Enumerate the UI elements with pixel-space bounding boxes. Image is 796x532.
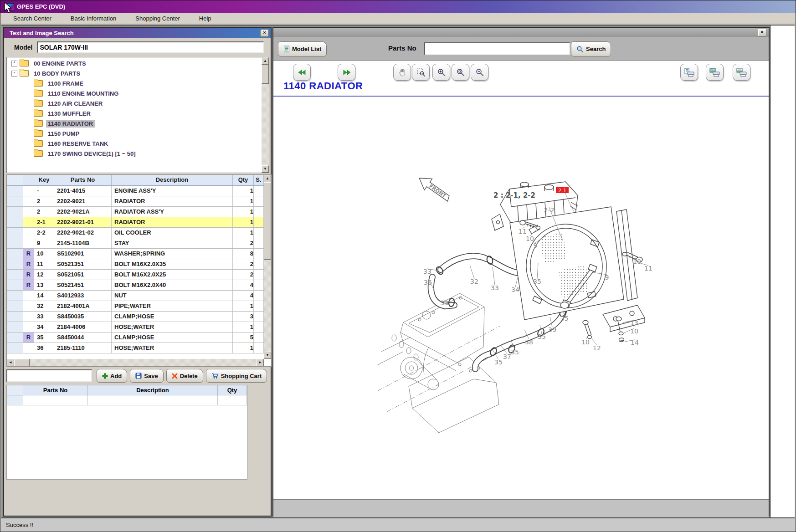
print-list-button[interactable] <box>680 64 698 81</box>
scroll-up-icon[interactable]: ▲ <box>264 175 271 182</box>
parts-row-2145-1104B[interactable]: 92145-1104BSTAY2 <box>7 238 264 249</box>
zoom-reset-button[interactable] <box>452 64 469 81</box>
part-label: 36 <box>424 279 432 286</box>
cart-empty-row[interactable] <box>7 395 247 405</box>
close-icon[interactable]: × <box>758 29 766 36</box>
zoom-out-button[interactable] <box>471 64 488 81</box>
cell-key: 36 <box>34 343 54 353</box>
tree-item-10-body-parts[interactable]: -10 BODY PARTS <box>7 68 261 78</box>
radiator-diagram[interactable]: FRONT <box>273 97 768 480</box>
cell-key: 2-2 <box>34 228 54 238</box>
cell-s <box>254 186 264 196</box>
parts-row-2185-1110[interactable]: 362185-1110HOSE;WATER1 <box>7 343 264 353</box>
tree-item-1150-pump[interactable]: 1150 PUMP <box>7 128 261 138</box>
engine-art <box>377 293 509 433</box>
cell-r-flag: R <box>23 270 34 280</box>
cell-s <box>254 249 264 259</box>
page-previous-button[interactable] <box>293 64 311 81</box>
cart-col-partsno: Parts No <box>23 385 88 395</box>
scroll-right-icon[interactable]: ► <box>257 359 264 366</box>
scroll-down-icon[interactable]: ▼ <box>264 352 271 359</box>
delete-button[interactable]: Delete <box>166 369 203 383</box>
tree-item-1110-engine-mounting[interactable]: 1110 ENGINE MOUNTING <box>7 88 261 98</box>
part-label: 9 <box>605 274 609 281</box>
shopping-cart-button[interactable]: Shopping Cart <box>206 369 267 383</box>
parts-row-2202-9021-01[interactable]: 2-12202-9021-01RADIATOR1 <box>7 217 264 228</box>
cell-description: HOSE;WATER <box>112 322 233 332</box>
parts-row-S4012933[interactable]: 14S4012933NUT4 <box>7 291 264 301</box>
page-next-button[interactable] <box>338 64 355 81</box>
cell-select <box>7 322 23 332</box>
parts-row-2202-9021[interactable]: 22202-9021RADIATOR1 <box>7 196 264 207</box>
parts-row-2182-4001A[interactable]: 322182-4001APIPE;WATER1 <box>7 301 264 312</box>
parts-row-S0521051[interactable]: R12S0521051BOLT M16X2.0X252 <box>7 270 264 280</box>
cell-parts-no: S0521051 <box>54 270 112 280</box>
tree-item-1130-muffler[interactable]: 1130 MUFFLER <box>7 108 261 118</box>
parts-row-S0521451[interactable]: R13S0521451BOLT M16X2.0X404 <box>7 280 264 291</box>
menu-basic-information[interactable]: Basic Information <box>64 14 123 23</box>
search-button[interactable]: Search <box>571 41 611 56</box>
parts-row-2201-4015[interactable]: -2201-4015ENGINE ASS'Y1 <box>7 186 264 196</box>
tree-item-1140-radiator[interactable]: 1140 RADIATOR <box>7 118 261 128</box>
part-label: 14 <box>631 339 639 346</box>
header-blank <box>7 175 23 185</box>
parts-hscroll-thumb[interactable] <box>14 359 30 366</box>
folder-icon <box>20 70 29 77</box>
tree-item-1170-swing-device-1-1-50[interactable]: 1170 SWING DEVICE(1) [1 ~ 50] <box>7 148 261 159</box>
cell-parts-no: 2201-4015 <box>54 186 112 196</box>
menu-search-center[interactable]: Search Center <box>7 14 58 23</box>
parts-table-vscrollbar[interactable]: ▲ ▼ <box>264 175 271 359</box>
cell-select <box>7 280 23 290</box>
add-button[interactable]: Add <box>97 369 127 383</box>
cell-s <box>254 301 264 311</box>
header-Description: Description <box>112 175 233 185</box>
tree-item-1160-reserve-tank[interactable]: 1160 RESERVE TANK <box>7 138 261 148</box>
tree-item-1120-air-cleaner[interactable]: 1120 AIR CLEANER <box>7 98 261 108</box>
cell-select <box>7 291 23 301</box>
parts-row-2202-9021A[interactable]: 22202-9021ARADIATOR ASS'Y1 <box>7 207 264 217</box>
model-input[interactable] <box>37 41 264 53</box>
print-all-button[interactable] <box>733 64 750 81</box>
parts-row-2202-9021-02[interactable]: 2-22202-9021-02OIL COOLER1 <box>7 228 264 238</box>
tree-scrollbar[interactable]: ▲ ▼ <box>262 57 269 173</box>
part-label: 11 <box>644 265 652 272</box>
parts-row-S8450044[interactable]: R35S8450044CLAMP;HOSE5 <box>7 332 264 343</box>
parts-row-S5102901[interactable]: R10S5102901WASHER;SPRING8 <box>7 249 264 259</box>
cell-qty: 1 <box>233 207 254 217</box>
quick-parts-input[interactable] <box>6 369 92 382</box>
part-label: 35 <box>511 348 519 356</box>
tree-item-1100-frame[interactable]: 1100 FRAME <box>7 78 261 88</box>
close-icon[interactable]: × <box>260 29 269 37</box>
zoom-select-button[interactable] <box>412 64 430 81</box>
cell-r-flag: R <box>23 259 34 269</box>
parts-row-2184-4006[interactable]: 342184-4006HOSE;WATER1 <box>7 322 264 332</box>
parts-no-input[interactable] <box>424 42 570 55</box>
app-window: GPES EPC (DVD) Search Center Basic Infor… <box>0 0 796 532</box>
scroll-up-icon[interactable]: ▲ <box>262 57 269 65</box>
cart-col-description: Description <box>88 385 218 395</box>
folder-icon <box>20 60 29 66</box>
tree-item-label: 1100 FRAME <box>46 80 85 87</box>
figure-area: 1140 RADIATOR FRONT <box>273 61 769 500</box>
double-arrow-left-icon <box>298 70 306 75</box>
model-list-button[interactable]: Model List <box>278 41 327 56</box>
save-button[interactable]: Save <box>130 369 163 383</box>
collapse-icon[interactable]: - <box>11 71 17 77</box>
parts-row-S0521351[interactable]: R11S0521351BOLT M16X2.0X352 <box>7 259 264 270</box>
scroll-left-icon[interactable]: ◄ <box>7 359 14 366</box>
menu-shopping-center[interactable]: Shopping Center <box>129 14 186 23</box>
cell-select <box>7 207 23 217</box>
parts-vscroll-thumb[interactable] <box>264 182 271 260</box>
expand-icon[interactable]: + <box>11 61 17 66</box>
parts-table-hscrollbar[interactable]: ◄ ► <box>7 359 264 366</box>
print-image-button[interactable] <box>706 64 724 81</box>
menu-help[interactable]: Help <box>193 14 218 23</box>
parts-row-S8450035[interactable]: 33S8450035CLAMP;HOSE3 <box>7 312 264 322</box>
tree-item-00-engine-parts[interactable]: +00 ENGINE PARTS <box>7 58 261 68</box>
scroll-down-icon[interactable]: ▼ <box>262 165 269 173</box>
cart-table: Parts No Description Qty <box>6 385 247 480</box>
zoom-in-button[interactable] <box>432 64 450 81</box>
pan-hand-button[interactable] <box>393 64 411 81</box>
part-label: 10 <box>526 235 534 242</box>
tree-scrollbar-thumb[interactable] <box>262 65 269 84</box>
